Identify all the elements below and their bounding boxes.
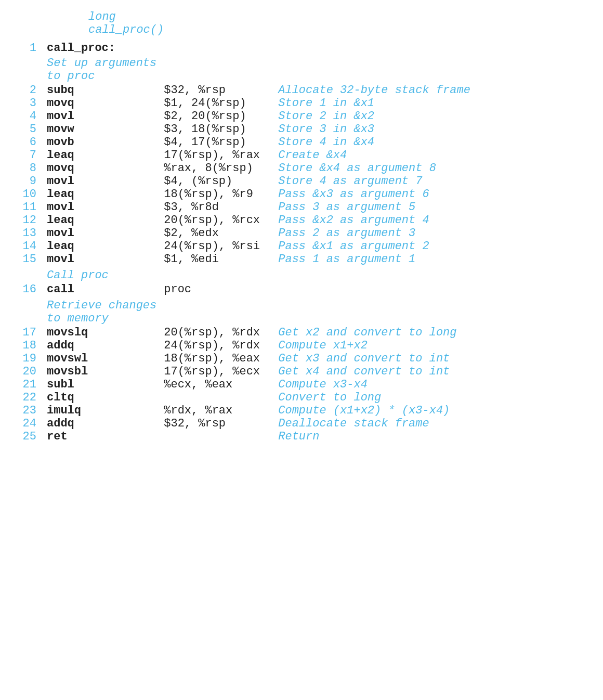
code-row-10: 10 leaq 18(%rsp), %r9 Pass &x3 as argume…	[16, 188, 587, 201]
empty-linenum-1	[16, 55, 47, 84]
comment-13: Pass 2 as argument 3	[278, 227, 587, 240]
code-row-22: 22 cltq Convert to long	[16, 391, 587, 404]
operands-18: 24(%rsp), %rdx	[164, 339, 278, 352]
line-num-8: 8	[16, 162, 47, 175]
comment-23: Compute (x1+x2) * (x3-x4)	[278, 404, 587, 417]
comment-3: Store 1 in &x1	[278, 97, 587, 110]
section-comment-row-3: Retrieve changes to memory	[16, 296, 587, 326]
comment-14: Pass &x1 as argument 2	[278, 240, 587, 253]
line-num-23: 23	[16, 404, 47, 417]
code-row-7: 7 leaq 17(%rsp), %rax Create &x4	[16, 149, 587, 162]
comment-15: Pass 1 as argument 1	[278, 253, 587, 266]
instr-9: movl	[47, 175, 164, 188]
empty-linenum-3	[16, 296, 47, 326]
instr-25: ret	[47, 430, 164, 443]
instr-18: addq	[47, 339, 164, 352]
operands-4: $2, 20(%rsp)	[164, 110, 278, 123]
operands-9: $4, (%rsp)	[164, 175, 278, 188]
line-num-6: 6	[16, 136, 47, 149]
operands-23: %rdx, %rax	[164, 404, 278, 417]
instr-10: leaq	[47, 188, 164, 201]
line-num-13: 13	[16, 227, 47, 240]
line-num-14: 14	[16, 240, 47, 253]
instr-15: movl	[47, 253, 164, 266]
comment-4: Store 2 in &x2	[278, 110, 587, 123]
comment-19: Get x3 and convert to int	[278, 352, 587, 365]
line-num-21: 21	[16, 378, 47, 391]
code-row-5: 5 movw $3, 18(%rsp) Store 3 in &x3	[16, 123, 587, 136]
instr-17: movslq	[47, 326, 164, 339]
instr-12: leaq	[47, 214, 164, 227]
instr-16: call	[47, 283, 164, 296]
operands-3: $1, 24(%rsp)	[164, 97, 278, 110]
instr-6: movb	[47, 136, 164, 149]
operands-16: proc	[164, 283, 278, 296]
line-num-10: 10	[16, 188, 47, 201]
section-comment-row-2: Call proc	[16, 266, 587, 283]
code-row-14: 14 leaq 24(%rsp), %rsi Pass &x1 as argum…	[16, 240, 587, 253]
operands-19: 18(%rsp), %eax	[164, 352, 278, 365]
line-num-25: 25	[16, 430, 47, 443]
code-row-19: 19 movswl 18(%rsp), %eax Get x3 and conv…	[16, 352, 587, 365]
section-comment-1: Set up arguments to proc	[47, 55, 164, 84]
comment-25: Return	[278, 430, 587, 443]
line-num-3: 3	[16, 97, 47, 110]
line-num-7: 7	[16, 149, 47, 162]
operands-20: 17(%rsp), %ecx	[164, 365, 278, 378]
instr-11: movl	[47, 201, 164, 214]
line-num-17: 17	[16, 326, 47, 339]
code-row-24: 24 addq $32, %rsp Deallocate stack frame	[16, 417, 587, 430]
code-container: long call_proc() 1 call_proc: Set up arg…	[16, 10, 587, 443]
operands-24: $32, %rsp	[164, 417, 278, 430]
instr-24: addq	[47, 417, 164, 430]
label-row: 1 call_proc:	[16, 42, 587, 55]
comment-6: Store 4 in &x4	[278, 136, 587, 149]
instr-5: movw	[47, 123, 164, 136]
code-row-12: 12 leaq 20(%rsp), %rcx Pass &x2 as argum…	[16, 214, 587, 227]
code-row-13: 13 movl $2, %edx Pass 2 as argument 3	[16, 227, 587, 240]
line-num-16: 16	[16, 283, 47, 296]
instr-4: movl	[47, 110, 164, 123]
code-row-8: 8 movq %rax, 8(%rsp) Store &x4 as argume…	[16, 162, 587, 175]
line-num-5: 5	[16, 123, 47, 136]
line-num-12: 12	[16, 214, 47, 227]
comment-18: Compute x1+x2	[278, 339, 587, 352]
code-row-6: 6 movb $4, 17(%rsp) Store 4 in &x4	[16, 136, 587, 149]
instr-2: subq	[47, 84, 164, 97]
code-row-15: 15 movl $1, %edi Pass 1 as argument 1	[16, 253, 587, 266]
instr-8: movq	[47, 162, 164, 175]
line-num-11: 11	[16, 201, 47, 214]
line-num-19: 19	[16, 352, 47, 365]
operands-2: $32, %rsp	[164, 84, 278, 97]
operands-12: 20(%rsp), %rcx	[164, 214, 278, 227]
comment-12: Pass &x2 as argument 4	[278, 214, 587, 227]
comment-17: Get x2 and convert to long	[278, 326, 587, 339]
operands-25	[164, 430, 278, 443]
operands-21: %ecx, %eax	[164, 378, 278, 391]
code-row-3: 3 movq $1, 24(%rsp) Store 1 in &x1	[16, 97, 587, 110]
comment-7: Create &x4	[278, 149, 587, 162]
comment-5: Store 3 in &x3	[278, 123, 587, 136]
proc-label: call_proc:	[47, 42, 164, 55]
operands-6: $4, 17(%rsp)	[164, 136, 278, 149]
operands-7: 17(%rsp), %rax	[164, 149, 278, 162]
instr-23: imulq	[47, 404, 164, 417]
comment-20: Get x4 and convert to int	[278, 365, 587, 378]
line-num-18: 18	[16, 339, 47, 352]
instr-13: movl	[47, 227, 164, 240]
operands-14: 24(%rsp), %rsi	[164, 240, 278, 253]
comment-21: Compute x3-x4	[278, 378, 587, 391]
empty-linenum-2	[16, 266, 47, 283]
code-row-4: 4 movl $2, 20(%rsp) Store 2 in &x2	[16, 110, 587, 123]
function-signature: long call_proc()	[47, 10, 164, 42]
comment-16	[278, 283, 587, 296]
code-row-20: 20 movsbl 17(%rsp), %ecx Get x4 and conv…	[16, 365, 587, 378]
operands-11: $3, %r8d	[164, 201, 278, 214]
code-row-18: 18 addq 24(%rsp), %rdx Compute x1+x2	[16, 339, 587, 352]
instr-3: movq	[47, 97, 164, 110]
line-num-15: 15	[16, 253, 47, 266]
instr-20: movsbl	[47, 365, 164, 378]
comment-8: Store &x4 as argument 8	[278, 162, 587, 175]
comment-9: Store 4 as argument 7	[278, 175, 587, 188]
comment-11: Pass 3 as argument 5	[278, 201, 587, 214]
